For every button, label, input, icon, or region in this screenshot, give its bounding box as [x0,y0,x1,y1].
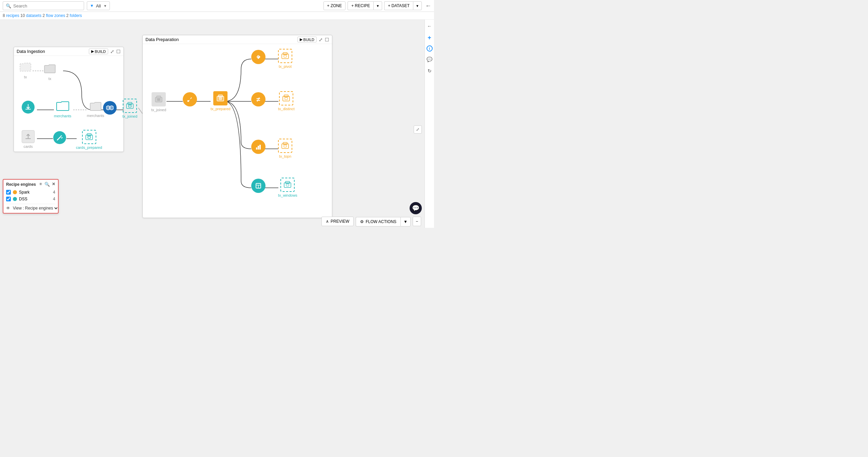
download-icon-svg [25,104,32,111]
stats-bar: 8 recipes 10 datasets 2 flow zones 2 fol… [0,12,434,20]
svg-rect-31 [283,53,287,55]
folder-ghost-svg [19,62,32,73]
expand-prep-icon[interactable]: ⤢ [319,37,323,42]
zone-ingestion-build-btn[interactable]: ▶ BUILD [89,48,108,54]
legend-settings-icon[interactable]: ✳ [39,182,42,187]
dataset-windows-ghost-svg [283,181,292,189]
search-icon: 🔍 [6,3,11,8]
node-tx-joined[interactable]: tx_joined [122,99,137,118]
maximize-icon[interactable]: ☐ [116,49,121,54]
zoom-out-btn[interactable]: − [413,217,421,226]
legend-spark-label: Spark [19,190,29,195]
node-pivot-recipe[interactable] [251,50,265,64]
eye-icon: 👁 [6,206,10,211]
search-input[interactable] [13,3,81,8]
svg-line-12 [57,137,61,140]
brush-icon-svg [186,96,194,103]
zone-preparation: Data Preparation ▶ BUILD ⤢ ☐ [142,35,332,218]
node-cards-prepared[interactable]: cards_prepared [76,130,102,150]
node-topn-recipe[interactable] [251,140,265,154]
flow-zones-link[interactable]: flow zones [46,13,65,18]
folder-gray-svg [44,63,56,74]
folder-gray2-svg [90,101,102,112]
maximize-prep-icon[interactable]: ☐ [325,37,329,42]
right-sidebar: ← + i 💬 ↻ [425,20,434,228]
svg-rect-41 [284,145,287,147]
datasets-link[interactable]: datasets [26,13,41,18]
topn-icon-svg [255,143,262,150]
filter-area[interactable]: ▼ All ▼ [87,1,110,10]
sidebar-back-icon[interactable]: ← [426,22,433,30]
recipe-arrow-button[interactable]: ▼ [373,1,382,10]
play-icon-prep: ▶ [300,37,302,42]
node-cards-upload[interactable]: cards [22,130,35,148]
pivot-icon-svg [255,54,262,60]
legend-search-icon[interactable]: 🔍 [44,182,50,187]
sidebar-chat-icon[interactable]: 💬 [426,56,433,63]
zone-ingestion: Data Ingestion ▶ BUILD ⤢ ☐ [14,47,124,152]
dataset-topn-ghost-svg [281,142,289,150]
node-merchants-gray[interactable]: merchants [87,101,104,118]
node-tx-windows-label: tx_windows [278,193,297,197]
node-join[interactable] [103,101,117,115]
preview-btn[interactable]: ∧ PREVIEW [321,217,354,226]
sidebar-plus-icon[interactable]: + [426,34,433,41]
node-clean-recipe[interactable] [183,92,197,106]
legend-spark-checkbox[interactable] [6,190,11,195]
svg-rect-46 [285,181,290,183]
recipes-link[interactable]: recipes [6,13,19,18]
expand-canvas-btn[interactable]: ⤢ [414,125,422,134]
zone-preparation-build-btn[interactable]: ▶ BUILD [297,37,317,42]
legend-dss-dot [13,197,17,201]
recipe-main-button[interactable]: + RECIPE [348,1,373,10]
legend-dss-item: DSS 4 [6,196,55,202]
flow-actions-arrow-btn[interactable]: ▼ [400,217,411,226]
node-prep-wand[interactable] [53,131,66,144]
node-cards-label: cards [24,144,33,148]
legend-footer: 👁 View : Recipe engines [6,205,55,211]
expand-icon[interactable]: ⤢ [110,49,114,54]
node-distinct-recipe[interactable]: ≠ [251,92,265,106]
filter-icon: ▼ [90,3,94,8]
node-prep-tx-joined[interactable]: tx_joined [151,92,166,112]
flow-actions-main-btn[interactable]: ⚙ FLOW ACTIONS [356,217,400,226]
wand-icon-svg [56,134,63,141]
zone-ingestion-title: Data Ingestion [17,49,45,54]
dataset-arrow-button[interactable]: ▼ [413,1,422,10]
node-window-recipe[interactable] [251,179,265,193]
legend-divider [6,204,55,204]
search-box[interactable]: 🔍 [3,1,84,10]
node-tx-pivot[interactable]: tx_pivot [278,49,292,68]
svg-rect-38 [259,145,261,150]
legend-spark-dot [13,190,17,194]
node-tx-topn[interactable]: tx_topn [278,139,292,158]
node-tx-ghost-folder[interactable]: tx [19,61,32,79]
node-tx-prepared[interactable]: tx_prepared [211,91,231,111]
node-tx-windows[interactable]: tx_windows [278,178,297,197]
chat-button[interactable]: 💬 [410,202,422,214]
dataset-button-group: + DATASET ▼ [384,1,422,10]
node-merchants-teal[interactable]: merchants [54,100,71,118]
recipe-button-group: + RECIPE ▼ [348,1,382,10]
node-download[interactable] [22,101,35,114]
join-icon-svg [106,105,114,111]
filter-label: All [96,3,101,8]
datasets-count: 10 [20,13,25,18]
dataset-cards-ghost-svg [85,133,93,141]
legend-dss-checkbox[interactable] [6,197,11,201]
sidebar-info-icon[interactable]: i [427,45,433,52]
dataset-main-button[interactable]: + DATASET [384,1,413,10]
sidebar-refresh-icon[interactable]: ↻ [426,67,433,75]
node-tx-joined-label: tx_joined [122,114,137,118]
zone-button[interactable]: + ZONE [323,1,346,10]
svg-rect-24 [157,96,161,98]
node-tx-folder[interactable]: tx [43,62,56,81]
back-icon[interactable]: ← [425,2,431,9]
legend-spark-count: 4 [53,190,55,195]
node-tx-distinct[interactable]: tx_distinct [278,91,295,111]
folders-link[interactable]: folders [70,13,82,18]
legend-dss-label: DSS [19,197,27,201]
legend-close-icon[interactable]: ✕ [52,182,55,187]
legend-view-select[interactable]: View : Recipe engines [12,205,59,211]
window-icon-svg [255,182,262,189]
